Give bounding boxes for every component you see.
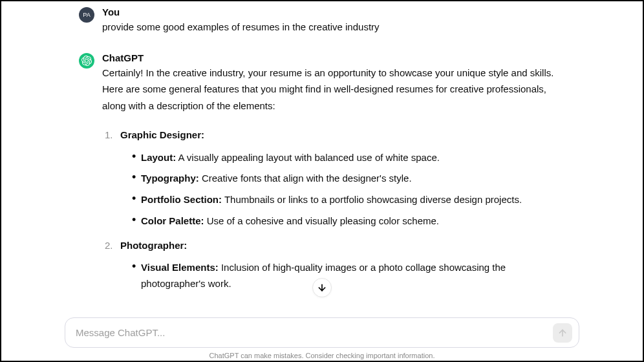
user-name-label: You	[102, 6, 565, 17]
sub-text: A visually appealing layout with balance…	[176, 152, 440, 163]
user-avatar: PA	[79, 7, 94, 23]
sub-list-item: Layout: A visually appealing layout with…	[132, 150, 565, 166]
user-message-content: You provide some good examples of resume…	[102, 6, 565, 36]
sub-list-item: Portfolio Section: Thumbnails or links t…	[132, 192, 565, 208]
message-input[interactable]	[76, 327, 545, 338]
sub-label: Visual Elements:	[141, 262, 219, 273]
assistant-message: ChatGPT Certainly! In the creative indus…	[1, 52, 643, 300]
scroll-to-bottom-button[interactable]	[312, 278, 332, 297]
sub-label: Layout:	[141, 152, 176, 163]
assistant-avatar	[79, 53, 94, 69]
resume-list: Graphic Designer: Layout: A visually app…	[102, 127, 565, 292]
assistant-intro-text: Certainly! In the creative industry, you…	[102, 65, 565, 114]
input-area	[65, 317, 579, 348]
assistant-message-text: Certainly! In the creative industry, you…	[102, 65, 565, 292]
message-input-container	[65, 317, 579, 348]
chat-scroll-area[interactable]: PA You provide some good examples of res…	[1, 1, 643, 310]
sub-list: Layout: A visually appealing layout with…	[120, 150, 565, 229]
item-title: Graphic Designer:	[120, 129, 204, 140]
openai-logo-icon	[81, 56, 92, 66]
sub-list-item: Typography: Creative fonts that align wi…	[132, 171, 565, 187]
item-title: Photographer:	[120, 240, 187, 251]
sub-text: Creative fonts that align with the desig…	[199, 173, 412, 184]
list-item: Graphic Designer: Layout: A visually app…	[102, 127, 565, 229]
sub-list-item: Visual Elements: Inclusion of high-quali…	[132, 260, 565, 292]
assistant-message-content: ChatGPT Certainly! In the creative indus…	[102, 52, 565, 300]
sub-label: Portfolio Section:	[141, 194, 222, 205]
disclaimer-text: ChatGPT can make mistakes. Consider chec…	[1, 352, 643, 359]
sub-list-item: Color Palette: Use of a cohesive and vis…	[132, 213, 565, 229]
arrow-up-icon	[557, 328, 568, 338]
assistant-name-label: ChatGPT	[102, 52, 565, 63]
user-message: PA You provide some good examples of res…	[1, 6, 643, 36]
arrow-down-icon	[317, 282, 327, 293]
sub-list: Visual Elements: Inclusion of high-quali…	[120, 260, 565, 292]
user-message-text: provide some good examples of resumes in…	[102, 19, 565, 36]
user-avatar-initials: PA	[83, 12, 90, 18]
send-button[interactable]	[553, 323, 572, 343]
sub-label: Typography:	[141, 173, 199, 184]
list-item: Photographer: Visual Elements: Inclusion…	[102, 237, 565, 292]
sub-label: Color Palette:	[141, 215, 204, 226]
sub-text: Use of a cohesive and visually pleasing …	[204, 215, 440, 226]
sub-text: Thumbnails or links to a portfolio showc…	[222, 194, 522, 205]
